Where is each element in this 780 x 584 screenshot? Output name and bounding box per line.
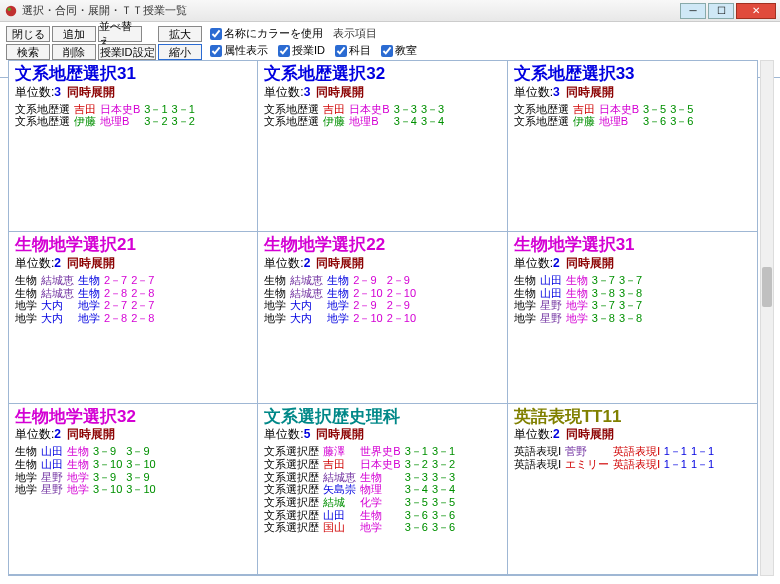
cell: 3－1 xyxy=(432,445,459,458)
cell: 3－4 xyxy=(432,483,459,496)
card-subtitle: 単位数:5同時展開 xyxy=(264,426,500,443)
table-row: 地学大内地学2－72－7 xyxy=(15,299,159,312)
cell: 地学 xyxy=(566,299,592,312)
cell: 3－8 xyxy=(592,312,619,325)
course-card[interactable]: 文系地歴選択32単位数:3同時展開文系地歴選吉田日本史B3－33－3文系地歴選伊… xyxy=(258,61,507,232)
cell: 3－2 xyxy=(172,115,199,128)
cell: 3－6 xyxy=(405,509,432,522)
svg-point-1 xyxy=(8,7,12,11)
cell: 文系選択歴 xyxy=(264,483,323,496)
zoomin-button[interactable]: 拡大 xyxy=(158,26,202,42)
card-subtitle: 単位数:2同時展開 xyxy=(264,255,500,272)
table-row: 生物結城恵生物2－82－8 xyxy=(15,287,159,300)
table-row: 地学星野地学3－103－10 xyxy=(15,483,160,496)
close-button[interactable]: ✕ xyxy=(736,3,776,19)
cell: 大内 xyxy=(41,299,78,312)
cell: 地学 xyxy=(67,471,93,484)
minimize-button[interactable]: ─ xyxy=(680,3,706,19)
sort-button[interactable]: 並べ替え xyxy=(98,26,142,42)
table-row: 地学大内地学2－102－10 xyxy=(264,312,420,325)
table-row: 文系選択歴国山地学3－63－6 xyxy=(264,521,459,534)
card-title: 生物地学選択32 xyxy=(15,408,251,427)
cell: 3－4 xyxy=(421,115,448,128)
cell: 3－3 xyxy=(432,471,459,484)
check-room[interactable]: 教室 xyxy=(381,43,417,58)
cell: 地学 xyxy=(566,312,592,325)
cell: 地学 xyxy=(327,312,353,325)
check-attr[interactable]: 属性表示 xyxy=(210,43,268,58)
cell: 3－2 xyxy=(144,115,171,128)
cell: 文系地歴選 xyxy=(264,115,323,128)
cell: 吉田 xyxy=(323,458,360,471)
cell: 2－9 xyxy=(387,274,420,287)
table-row: 文系選択歴藤澤世界史B3－13－1 xyxy=(264,445,459,458)
cell: 結城恵 xyxy=(290,274,327,287)
course-card[interactable]: 文系地歴選択31単位数:3同時展開文系地歴選吉田日本史B3－13－1文系地歴選伊… xyxy=(9,61,258,232)
check-jid[interactable]: 授業ID xyxy=(278,43,325,58)
cell: 山田 xyxy=(540,287,566,300)
course-card[interactable]: 生物地学選択22単位数:2同時展開生物結城恵生物2－92－9生物結城恵生物2－1… xyxy=(258,232,507,403)
check-color[interactable]: 名称にカラーを使用 xyxy=(210,26,323,41)
cell: 藤澤 xyxy=(323,445,360,458)
check-subject[interactable]: 科目 xyxy=(335,43,371,58)
table-row: 英語表現Ⅰ菅野英語表現Ⅰ1－11－1 xyxy=(514,445,719,458)
close-panel-button[interactable]: 閉じる xyxy=(6,26,50,42)
card-subtitle: 単位数:2同時展開 xyxy=(15,255,251,272)
cell: 1－1 xyxy=(664,458,691,471)
cell: 生物 xyxy=(67,458,93,471)
zoomout-button[interactable]: 縮小 xyxy=(158,44,202,60)
idset-button[interactable]: 授業ID設定 xyxy=(98,44,156,60)
course-card[interactable]: 生物地学選択21単位数:2同時展開生物結城恵生物2－72－7生物結城恵生物2－8… xyxy=(9,232,258,403)
cell: 生物 xyxy=(78,274,104,287)
cell: 3－6 xyxy=(405,521,432,534)
scrollbar-thumb[interactable] xyxy=(762,267,772,307)
cell: 地学 xyxy=(15,299,41,312)
cell: 生物 xyxy=(327,274,353,287)
cell: 生物 xyxy=(327,287,353,300)
add-button[interactable]: 追加 xyxy=(52,26,96,42)
cell: 文系選択歴 xyxy=(264,445,323,458)
cell: 物理 xyxy=(360,483,404,496)
cell: 山田 xyxy=(41,458,67,471)
cell: 3－5 xyxy=(432,496,459,509)
cell: 生物 xyxy=(566,274,592,287)
cell: 3－6 xyxy=(432,521,459,534)
card-subtitle: 単位数:2同時展開 xyxy=(15,426,251,443)
course-card[interactable]: 文系選択歴史理科単位数:5同時展開文系選択歴藤澤世界史B3－13－1文系選択歴吉… xyxy=(258,404,507,575)
cell: 3－6 xyxy=(670,115,697,128)
card-table: 文系地歴選吉田日本史B3－13－1文系地歴選伊藤地理B3－23－2 xyxy=(15,103,199,128)
cell: 2－9 xyxy=(353,274,386,287)
card-subtitle: 単位数:3同時展開 xyxy=(514,84,751,101)
cell: 3－10 xyxy=(126,483,159,496)
cell: 3－5 xyxy=(670,103,697,116)
table-row: 文系地歴選吉田日本史B3－33－3 xyxy=(264,103,448,116)
cell: 地学 xyxy=(360,521,404,534)
course-card[interactable]: 生物地学選択32単位数:2同時展開生物山田生物3－93－9生物山田生物3－103… xyxy=(9,404,258,575)
search-button[interactable]: 検索 xyxy=(6,44,50,60)
cell: 1－1 xyxy=(664,445,691,458)
card-subtitle: 単位数:2同時展開 xyxy=(514,255,751,272)
cell: 生物 xyxy=(514,274,540,287)
cell: 地学 xyxy=(327,299,353,312)
maximize-button[interactable]: ☐ xyxy=(708,3,734,19)
card-table: 生物結城恵生物2－72－7生物結城恵生物2－82－8地学大内地学2－72－7地学… xyxy=(15,274,159,325)
delete-button[interactable]: 削除 xyxy=(52,44,96,60)
course-card[interactable]: 英語表現TT11単位数:2同時展開英語表現Ⅰ菅野英語表現Ⅰ1－11－1英語表現Ⅰ… xyxy=(508,404,757,575)
course-card[interactable]: 生物地学選択31単位数:2同時展開生物山田生物3－73－7生物山田生物3－83－… xyxy=(508,232,757,403)
cell: 地学 xyxy=(264,312,290,325)
cell: 国山 xyxy=(323,521,360,534)
cell: 2－10 xyxy=(387,312,420,325)
cell: 3－7 xyxy=(592,274,619,287)
cell: 結城恵 xyxy=(41,274,78,287)
table-row: 生物山田生物3－73－7 xyxy=(514,274,647,287)
cell: 山田 xyxy=(41,445,67,458)
table-row: 文系選択歴矢島崇物理3－43－4 xyxy=(264,483,459,496)
cell: 矢島崇 xyxy=(323,483,360,496)
cell: 地学 xyxy=(78,312,104,325)
table-row: 地学大内地学2－92－9 xyxy=(264,299,420,312)
course-card[interactable]: 文系地歴選択33単位数:3同時展開文系地歴選吉田日本史B3－53－5文系地歴選伊… xyxy=(508,61,757,232)
cell: 2－9 xyxy=(353,299,386,312)
cell: 3－9 xyxy=(93,471,126,484)
cell: 生物 xyxy=(67,445,93,458)
vertical-scrollbar[interactable] xyxy=(760,60,774,576)
